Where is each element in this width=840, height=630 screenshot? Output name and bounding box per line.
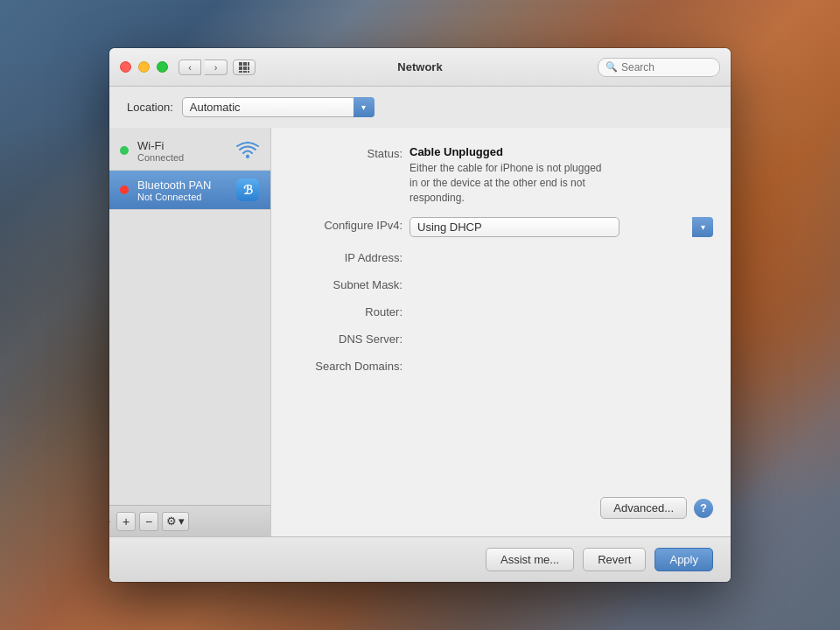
apply-button[interactable]: Apply <box>654 548 713 571</box>
main-area: Wi-Fi Connected <box>109 128 731 536</box>
search-icon: 🔍 <box>606 61 618 73</box>
window-title: Network <box>397 60 442 74</box>
network-name-wifi: Wi-Fi <box>137 139 235 152</box>
router-label: Router: <box>280 304 402 318</box>
svg-rect-8 <box>248 71 249 73</box>
configure-ipv4-select[interactable]: Using DHCP Manually Off <box>410 217 620 237</box>
minimize-button[interactable] <box>138 61 150 73</box>
wifi-icon-container <box>235 138 260 163</box>
maximize-button[interactable] <box>157 61 168 73</box>
detail-content: Status: Cable Unplugged Either the cable… <box>280 145 713 488</box>
sidebar: Wi-Fi Connected <box>109 128 271 536</box>
configure-ipv4-row: Configure IPv4: Using DHCP Manually Off … <box>280 217 713 237</box>
subnet-mask-label: Subnet Mask: <box>280 276 402 291</box>
window-body: Location: Automatic Edit Locations… ▾ <box>109 87 731 536</box>
svg-rect-3 <box>239 66 242 70</box>
forward-button[interactable]: › <box>205 60 228 75</box>
svg-rect-7 <box>243 71 247 73</box>
network-status-wifi: Connected <box>137 152 235 163</box>
location-select[interactable]: Automatic Edit Locations… <box>182 97 374 117</box>
svg-rect-1 <box>243 62 247 66</box>
status-dot-bluetooth <box>120 186 129 194</box>
close-button[interactable] <box>120 61 131 73</box>
assist-me-button[interactable]: Assist me... <box>486 548 574 571</box>
ipv4-select-wrapper: Using DHCP Manually Off ▾ <box>410 217 713 237</box>
svg-rect-4 <box>243 66 247 70</box>
network-info-bluetooth: Bluetooth PAN Not Connected <box>137 178 235 202</box>
network-list: Wi-Fi Connected <box>109 128 270 505</box>
bluetooth-icon-container: ℬ <box>235 178 260 202</box>
grid-icon <box>238 61 250 74</box>
status-value-container: Cable Unplugged Either the cable for iPh… <box>410 145 713 205</box>
gear-chevron-icon: ▾ <box>178 514 185 528</box>
ipv4-select-arrow-icon: ▾ <box>692 217 713 237</box>
revert-button[interactable]: Revert <box>583 548 646 571</box>
gear-button[interactable]: ⚙ ▾ <box>162 512 189 531</box>
status-dot-wifi <box>120 146 129 155</box>
nav-buttons: ‹ › <box>178 60 228 75</box>
help-button[interactable]: ? <box>694 499 713 518</box>
sidebar-toolbar: ➤ + − ⚙ ▾ <box>109 505 270 536</box>
dns-server-row: DNS Server: <box>280 331 713 346</box>
svg-rect-0 <box>239 62 242 66</box>
window-footer: Assist me... Revert Apply <box>109 536 731 582</box>
bluetooth-icon: ℬ <box>236 178 259 201</box>
network-window: ‹ › Network 🔍 Location: <box>109 48 731 582</box>
subnet-mask-row: Subnet Mask: <box>280 276 713 291</box>
configure-ipv4-label: Configure IPv4: <box>280 217 402 232</box>
status-row: Status: Cable Unplugged Either the cable… <box>280 145 713 205</box>
add-network-button[interactable]: + <box>116 512 136 531</box>
svg-point-9 <box>246 155 249 158</box>
search-domains-label: Search Domains: <box>280 358 402 373</box>
search-input[interactable] <box>621 61 712 74</box>
search-domains-row: Search Domains: <box>280 358 713 373</box>
dns-server-label: DNS Server: <box>280 331 402 346</box>
network-name-bluetooth: Bluetooth PAN <box>137 178 235 192</box>
network-item-bluetooth[interactable]: Bluetooth PAN Not Connected ℬ <box>109 171 270 210</box>
status-description: Either the cable for iPhone is not plugg… <box>410 161 611 205</box>
router-row: Router: <box>280 304 713 318</box>
detail-panel: Status: Cable Unplugged Either the cable… <box>271 128 731 536</box>
network-item-wifi[interactable]: Wi-Fi Connected <box>109 131 270 171</box>
location-select-wrapper: Automatic Edit Locations… ▾ <box>182 97 374 117</box>
location-label: Location: <box>127 101 173 114</box>
detail-bottom: Advanced... ? <box>280 497 713 519</box>
gear-icon: ⚙ <box>166 514 177 528</box>
svg-rect-2 <box>248 62 249 66</box>
back-button[interactable]: ‹ <box>178 60 201 75</box>
grid-button[interactable] <box>233 60 256 75</box>
wifi-icon <box>236 142 259 159</box>
search-box[interactable]: 🔍 <box>598 58 720 77</box>
network-info-wifi: Wi-Fi Connected <box>137 139 235 163</box>
svg-rect-5 <box>248 66 249 70</box>
titlebar: ‹ › Network 🔍 <box>109 48 731 87</box>
ip-address-row: IP Address: <box>280 249 713 264</box>
advanced-button[interactable]: Advanced... <box>600 497 687 519</box>
arrow-indicator: ➤ <box>109 510 111 533</box>
status-label: Status: <box>280 145 402 160</box>
traffic-lights <box>120 61 168 73</box>
svg-rect-6 <box>239 71 242 73</box>
location-bar: Location: Automatic Edit Locations… ▾ <box>109 87 731 128</box>
status-value: Cable Unplugged <box>410 145 713 158</box>
remove-network-button[interactable]: − <box>139 512 158 531</box>
ip-address-label: IP Address: <box>280 249 402 264</box>
network-status-bluetooth: Not Connected <box>137 192 235 202</box>
configure-ipv4-value-container: Using DHCP Manually Off ▾ <box>410 217 713 237</box>
